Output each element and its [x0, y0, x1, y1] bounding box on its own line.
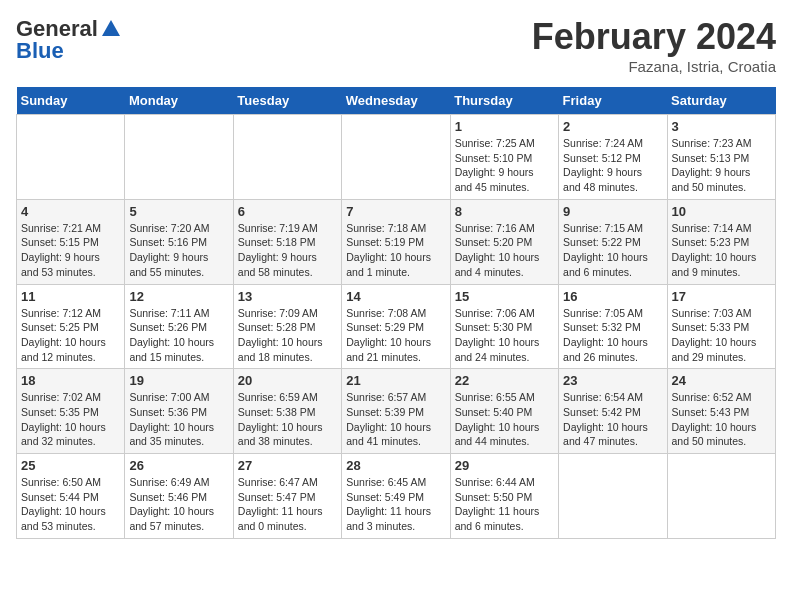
logo: General Blue — [16, 16, 124, 64]
logo-icon — [100, 18, 122, 40]
day-info: Sunrise: 7:24 AM Sunset: 5:12 PM Dayligh… — [563, 136, 662, 195]
day-number: 3 — [672, 119, 771, 134]
day-number: 10 — [672, 204, 771, 219]
calendar-cell: 4Sunrise: 7:21 AM Sunset: 5:15 PM Daylig… — [17, 199, 125, 284]
day-number: 16 — [563, 289, 662, 304]
calendar-cell: 6Sunrise: 7:19 AM Sunset: 5:18 PM Daylig… — [233, 199, 341, 284]
day-info: Sunrise: 6:52 AM Sunset: 5:43 PM Dayligh… — [672, 390, 771, 449]
day-info: Sunrise: 7:25 AM Sunset: 5:10 PM Dayligh… — [455, 136, 554, 195]
day-number: 17 — [672, 289, 771, 304]
day-number: 27 — [238, 458, 337, 473]
calendar-cell: 1Sunrise: 7:25 AM Sunset: 5:10 PM Daylig… — [450, 115, 558, 200]
calendar-cell: 10Sunrise: 7:14 AM Sunset: 5:23 PM Dayli… — [667, 199, 775, 284]
calendar-header-saturday: Saturday — [667, 87, 775, 115]
day-info: Sunrise: 7:18 AM Sunset: 5:19 PM Dayligh… — [346, 221, 445, 280]
day-number: 23 — [563, 373, 662, 388]
page-header: General Blue February 2024 Fazana, Istri… — [16, 16, 776, 75]
calendar-header-thursday: Thursday — [450, 87, 558, 115]
calendar-header-friday: Friday — [559, 87, 667, 115]
calendar-cell: 22Sunrise: 6:55 AM Sunset: 5:40 PM Dayli… — [450, 369, 558, 454]
calendar-week-1: 1Sunrise: 7:25 AM Sunset: 5:10 PM Daylig… — [17, 115, 776, 200]
calendar-cell: 15Sunrise: 7:06 AM Sunset: 5:30 PM Dayli… — [450, 284, 558, 369]
day-info: Sunrise: 7:02 AM Sunset: 5:35 PM Dayligh… — [21, 390, 120, 449]
calendar-cell: 20Sunrise: 6:59 AM Sunset: 5:38 PM Dayli… — [233, 369, 341, 454]
calendar-header-wednesday: Wednesday — [342, 87, 450, 115]
calendar-cell: 26Sunrise: 6:49 AM Sunset: 5:46 PM Dayli… — [125, 454, 233, 539]
day-number: 18 — [21, 373, 120, 388]
day-number: 15 — [455, 289, 554, 304]
calendar-header-sunday: Sunday — [17, 87, 125, 115]
day-number: 1 — [455, 119, 554, 134]
day-number: 7 — [346, 204, 445, 219]
calendar-table: SundayMondayTuesdayWednesdayThursdayFrid… — [16, 87, 776, 539]
calendar-cell: 11Sunrise: 7:12 AM Sunset: 5:25 PM Dayli… — [17, 284, 125, 369]
day-number: 13 — [238, 289, 337, 304]
calendar-cell: 23Sunrise: 6:54 AM Sunset: 5:42 PM Dayli… — [559, 369, 667, 454]
calendar-week-2: 4Sunrise: 7:21 AM Sunset: 5:15 PM Daylig… — [17, 199, 776, 284]
day-number: 28 — [346, 458, 445, 473]
day-info: Sunrise: 7:16 AM Sunset: 5:20 PM Dayligh… — [455, 221, 554, 280]
calendar-week-5: 25Sunrise: 6:50 AM Sunset: 5:44 PM Dayli… — [17, 454, 776, 539]
calendar-cell: 3Sunrise: 7:23 AM Sunset: 5:13 PM Daylig… — [667, 115, 775, 200]
day-info: Sunrise: 7:12 AM Sunset: 5:25 PM Dayligh… — [21, 306, 120, 365]
day-number: 20 — [238, 373, 337, 388]
day-info: Sunrise: 7:05 AM Sunset: 5:32 PM Dayligh… — [563, 306, 662, 365]
calendar-cell: 7Sunrise: 7:18 AM Sunset: 5:19 PM Daylig… — [342, 199, 450, 284]
day-info: Sunrise: 7:11 AM Sunset: 5:26 PM Dayligh… — [129, 306, 228, 365]
day-info: Sunrise: 7:23 AM Sunset: 5:13 PM Dayligh… — [672, 136, 771, 195]
day-info: Sunrise: 6:55 AM Sunset: 5:40 PM Dayligh… — [455, 390, 554, 449]
calendar-cell — [125, 115, 233, 200]
calendar-cell — [342, 115, 450, 200]
calendar-cell: 2Sunrise: 7:24 AM Sunset: 5:12 PM Daylig… — [559, 115, 667, 200]
calendar-cell: 14Sunrise: 7:08 AM Sunset: 5:29 PM Dayli… — [342, 284, 450, 369]
day-info: Sunrise: 6:49 AM Sunset: 5:46 PM Dayligh… — [129, 475, 228, 534]
day-number: 12 — [129, 289, 228, 304]
day-info: Sunrise: 7:15 AM Sunset: 5:22 PM Dayligh… — [563, 221, 662, 280]
day-number: 14 — [346, 289, 445, 304]
day-number: 25 — [21, 458, 120, 473]
calendar-cell: 19Sunrise: 7:00 AM Sunset: 5:36 PM Dayli… — [125, 369, 233, 454]
calendar-cell: 24Sunrise: 6:52 AM Sunset: 5:43 PM Dayli… — [667, 369, 775, 454]
day-info: Sunrise: 7:20 AM Sunset: 5:16 PM Dayligh… — [129, 221, 228, 280]
calendar-cell: 8Sunrise: 7:16 AM Sunset: 5:20 PM Daylig… — [450, 199, 558, 284]
day-info: Sunrise: 6:45 AM Sunset: 5:49 PM Dayligh… — [346, 475, 445, 534]
day-info: Sunrise: 7:09 AM Sunset: 5:28 PM Dayligh… — [238, 306, 337, 365]
day-info: Sunrise: 7:00 AM Sunset: 5:36 PM Dayligh… — [129, 390, 228, 449]
day-info: Sunrise: 6:59 AM Sunset: 5:38 PM Dayligh… — [238, 390, 337, 449]
calendar-cell — [17, 115, 125, 200]
title-block: February 2024 Fazana, Istria, Croatia — [532, 16, 776, 75]
calendar-cell: 28Sunrise: 6:45 AM Sunset: 5:49 PM Dayli… — [342, 454, 450, 539]
svg-marker-0 — [102, 20, 120, 36]
day-number: 11 — [21, 289, 120, 304]
day-info: Sunrise: 6:47 AM Sunset: 5:47 PM Dayligh… — [238, 475, 337, 534]
logo-blue-text: Blue — [16, 38, 64, 64]
day-number: 24 — [672, 373, 771, 388]
calendar-cell: 18Sunrise: 7:02 AM Sunset: 5:35 PM Dayli… — [17, 369, 125, 454]
day-number: 21 — [346, 373, 445, 388]
day-number: 19 — [129, 373, 228, 388]
calendar-cell: 25Sunrise: 6:50 AM Sunset: 5:44 PM Dayli… — [17, 454, 125, 539]
calendar-week-3: 11Sunrise: 7:12 AM Sunset: 5:25 PM Dayli… — [17, 284, 776, 369]
calendar-cell: 29Sunrise: 6:44 AM Sunset: 5:50 PM Dayli… — [450, 454, 558, 539]
day-number: 9 — [563, 204, 662, 219]
calendar-cell: 12Sunrise: 7:11 AM Sunset: 5:26 PM Dayli… — [125, 284, 233, 369]
day-number: 5 — [129, 204, 228, 219]
calendar-cell: 27Sunrise: 6:47 AM Sunset: 5:47 PM Dayli… — [233, 454, 341, 539]
calendar-header-row: SundayMondayTuesdayWednesdayThursdayFrid… — [17, 87, 776, 115]
day-number: 4 — [21, 204, 120, 219]
location: Fazana, Istria, Croatia — [532, 58, 776, 75]
day-info: Sunrise: 6:50 AM Sunset: 5:44 PM Dayligh… — [21, 475, 120, 534]
month-title: February 2024 — [532, 16, 776, 58]
calendar-cell: 21Sunrise: 6:57 AM Sunset: 5:39 PM Dayli… — [342, 369, 450, 454]
day-info: Sunrise: 7:06 AM Sunset: 5:30 PM Dayligh… — [455, 306, 554, 365]
calendar-header-monday: Monday — [125, 87, 233, 115]
day-info: Sunrise: 7:08 AM Sunset: 5:29 PM Dayligh… — [346, 306, 445, 365]
day-info: Sunrise: 6:44 AM Sunset: 5:50 PM Dayligh… — [455, 475, 554, 534]
calendar-cell — [559, 454, 667, 539]
calendar-week-4: 18Sunrise: 7:02 AM Sunset: 5:35 PM Dayli… — [17, 369, 776, 454]
calendar-header-tuesday: Tuesday — [233, 87, 341, 115]
day-info: Sunrise: 7:03 AM Sunset: 5:33 PM Dayligh… — [672, 306, 771, 365]
day-number: 29 — [455, 458, 554, 473]
day-info: Sunrise: 6:54 AM Sunset: 5:42 PM Dayligh… — [563, 390, 662, 449]
calendar-cell: 5Sunrise: 7:20 AM Sunset: 5:16 PM Daylig… — [125, 199, 233, 284]
